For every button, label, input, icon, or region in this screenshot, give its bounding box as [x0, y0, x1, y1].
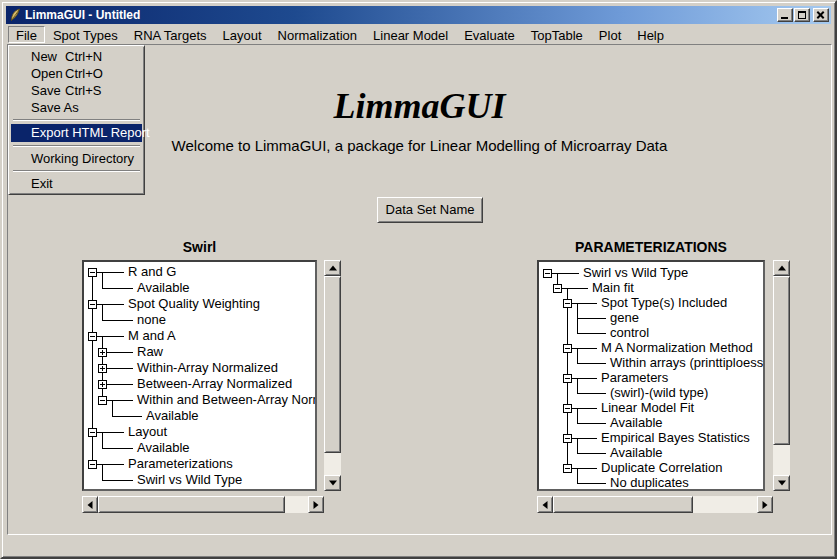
tree-node-m-and-a[interactable]: M and A: [128, 328, 176, 343]
menu-item-accelerator: Ctrl+S: [65, 83, 101, 98]
minimize-icon: [781, 17, 788, 19]
collapse-icon[interactable]: [563, 344, 572, 353]
tree-node-within-array-normalized[interactable]: Within-Array Normalized: [137, 360, 278, 375]
tree-line: [102, 272, 103, 289]
menu-linear-model[interactable]: Linear Model: [365, 26, 456, 43]
collapse-icon[interactable]: [98, 396, 107, 405]
tree-node-between-array-normalized[interactable]: Between-Array Normalized: [137, 376, 292, 391]
swirl-horizontal-scrollbar[interactable]: [82, 496, 324, 513]
collapse-icon[interactable]: [88, 268, 97, 277]
tree-node-available[interactable]: Available: [610, 415, 663, 430]
tree-node-within-arrays-printtiploess-a[interactable]: Within arrays (printtiploess) a: [610, 355, 765, 370]
scroll-left-button[interactable]: [82, 496, 98, 513]
arrow-left-icon: [88, 501, 93, 509]
collapse-icon[interactable]: [88, 428, 97, 437]
tree-node-swirl-vs-wild-type[interactable]: Swirl vs Wild Type: [137, 472, 242, 487]
tree-node-swirl-wild-type[interactable]: (swirl)-(wild type): [610, 385, 708, 400]
collapse-icon[interactable]: [563, 434, 572, 443]
tree-node-raw[interactable]: Raw: [137, 344, 163, 359]
menu-toptable[interactable]: TopTable: [523, 26, 591, 43]
tree-line: [102, 320, 133, 321]
collapse-icon[interactable]: [553, 284, 562, 293]
close-button[interactable]: [813, 8, 829, 22]
tree-line: [577, 423, 606, 424]
tree-node-duplicate-correlation[interactable]: Duplicate Correlation: [601, 460, 722, 475]
collapse-icon[interactable]: [543, 269, 552, 278]
parameterizations-horizontal-scrollbar[interactable]: [537, 496, 773, 513]
title-bar[interactable]: LimmaGUI - Untitled: [6, 6, 831, 24]
scrollbar-thumb[interactable]: [324, 276, 341, 453]
tree-node-gene[interactable]: gene: [610, 310, 639, 325]
scroll-down-button[interactable]: [773, 475, 790, 491]
menu-file[interactable]: File: [8, 26, 45, 43]
collapse-icon[interactable]: [563, 299, 572, 308]
scroll-left-button[interactable]: [537, 496, 553, 513]
collapse-icon[interactable]: [88, 332, 97, 341]
swirl-vertical-scrollbar[interactable]: [324, 260, 341, 491]
tree-node-layout[interactable]: Layout: [128, 424, 167, 439]
data-set-name-button[interactable]: Data Set Name: [377, 197, 483, 223]
swirl-tree[interactable]: R and GAvailableSpot Quality Weightingno…: [82, 260, 317, 491]
menu-item-save-as[interactable]: Save As: [10, 99, 143, 116]
collapse-icon[interactable]: [563, 374, 572, 383]
expand-icon[interactable]: [98, 380, 107, 389]
tree-node-within-and-between-array-norm[interactable]: Within and Between-Array Norm: [137, 392, 317, 407]
tree-line: [102, 480, 133, 481]
parameterizations-tree[interactable]: Swirl vs Wild TypeMain fitSpot Type(s) I…: [537, 260, 765, 491]
expand-icon[interactable]: [98, 364, 107, 373]
menu-item-exit[interactable]: Exit: [10, 175, 143, 192]
scrollbar-thumb[interactable]: [773, 276, 790, 445]
menu-layout[interactable]: Layout: [215, 26, 270, 43]
tree-node-r-and-g[interactable]: R and G: [128, 264, 176, 279]
tree-node-available[interactable]: Available: [137, 440, 190, 455]
scroll-right-button[interactable]: [308, 496, 324, 513]
menu-spot-types[interactable]: Spot Types: [45, 26, 126, 43]
menu-plot[interactable]: Plot: [591, 26, 629, 43]
scrollbar-thumb[interactable]: [98, 496, 285, 513]
scroll-right-button[interactable]: [757, 496, 773, 513]
menu-help[interactable]: Help: [629, 26, 672, 43]
menu-item-working-directory[interactable]: Working Directory: [10, 150, 143, 167]
tree-node-none[interactable]: none: [137, 312, 166, 327]
menu-normalization[interactable]: Normalization: [270, 26, 365, 43]
scroll-up-button[interactable]: [324, 260, 341, 276]
tree-node-linear-model-fit[interactable]: Linear Model Fit: [601, 400, 694, 415]
tree-node-control[interactable]: control: [610, 325, 649, 340]
tree-node-no-duplicates[interactable]: No duplicates: [610, 475, 689, 490]
tree-line: [102, 464, 103, 481]
arrow-right-icon: [314, 501, 319, 509]
tree-node-spot-type-s-included[interactable]: Spot Type(s) Included: [601, 295, 727, 310]
tree-node-spot-quality-weighting[interactable]: Spot Quality Weighting: [128, 296, 260, 311]
expand-icon[interactable]: [98, 348, 107, 357]
menu-item-open[interactable]: OpenCtrl+O: [10, 65, 143, 82]
menu-item-export-html-report[interactable]: Export HTML Report: [11, 124, 142, 142]
scroll-up-button[interactable]: [773, 260, 790, 276]
menu-item-new[interactable]: NewCtrl+N: [10, 48, 143, 65]
maximize-button[interactable]: [794, 8, 810, 22]
menu-rna-targets[interactable]: RNA Targets: [126, 26, 215, 43]
tree-line: [577, 393, 606, 394]
tree-line: [577, 333, 606, 334]
collapse-icon[interactable]: [88, 300, 97, 309]
collapse-icon[interactable]: [563, 404, 572, 413]
tree-node-m-a-normalization-method[interactable]: M A Normalization Method: [601, 340, 753, 355]
menu-item-accelerator: Ctrl+N: [65, 49, 102, 64]
menu-item-save[interactable]: SaveCtrl+S: [10, 82, 143, 99]
tree-node-swirl-vs-wild-type[interactable]: Swirl vs Wild Type: [583, 265, 688, 280]
tree-node-parameterizations[interactable]: Parameterizations: [128, 456, 233, 471]
tree-node-available[interactable]: Available: [137, 280, 190, 295]
scrollbar-thumb[interactable]: [553, 496, 693, 513]
menu-evaluate[interactable]: Evaluate: [456, 26, 523, 43]
minimize-button[interactable]: [777, 8, 793, 22]
parameterizations-vertical-scrollbar[interactable]: [773, 260, 790, 491]
tree-node-parameters[interactable]: Parameters: [601, 370, 668, 385]
tree-node-available[interactable]: Available: [610, 445, 663, 460]
collapse-icon[interactable]: [88, 460, 97, 469]
collapse-icon[interactable]: [563, 464, 572, 473]
tree-node-main-fit[interactable]: Main fit: [592, 280, 634, 295]
scroll-down-button[interactable]: [324, 475, 341, 491]
tree-node-empirical-bayes-statistics[interactable]: Empirical Bayes Statistics: [601, 430, 750, 445]
tree-node-available[interactable]: Available: [146, 408, 199, 423]
tree-line: [112, 400, 113, 417]
tree-line: [577, 408, 578, 424]
